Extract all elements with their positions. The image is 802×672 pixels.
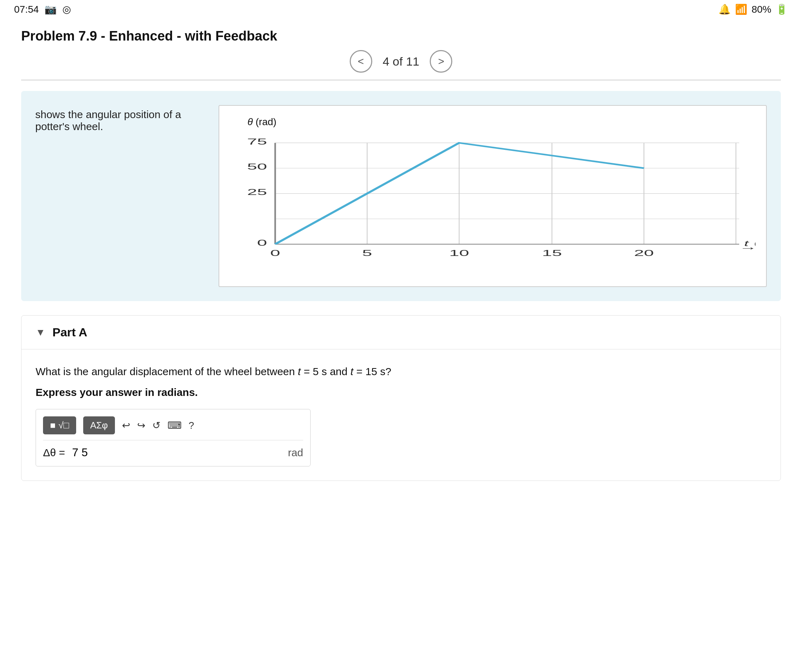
problem-panel: shows the angular position of a potter's… xyxy=(21,91,781,301)
svg-text:5: 5 xyxy=(362,248,372,258)
formula-sqrt-icon: √□ xyxy=(58,420,69,431)
svg-text:25: 25 xyxy=(247,187,267,197)
battery-icon: 🔋 xyxy=(776,3,788,15)
svg-text:10: 10 xyxy=(449,248,469,258)
question-text: What is the angular displacement of the … xyxy=(36,363,766,379)
signal-icon: 📶 xyxy=(735,3,747,15)
formula-icon: ■ xyxy=(50,420,56,431)
svg-text:0: 0 xyxy=(257,238,267,248)
next-button[interactable]: > xyxy=(430,50,452,73)
answer-unit: rad xyxy=(288,447,303,459)
keyboard-button[interactable]: ⌨ xyxy=(167,419,181,431)
refresh-button[interactable]: ↺ xyxy=(152,419,160,431)
part-a-section: ▼ Part A What is the angular displacemen… xyxy=(21,315,781,481)
nav-row: < 4 of 11 > xyxy=(21,50,781,73)
answer-label: Δθ = xyxy=(43,447,65,459)
chart-area: 75 50 25 0 0 5 10 15 20 → t (s) xyxy=(226,131,755,279)
settings-icon: ◎ xyxy=(62,3,71,15)
time-display: 07:54 xyxy=(14,4,39,15)
svg-text:15: 15 xyxy=(542,248,562,258)
answer-box: ■ √□ ΑΣφ ↩ ↪ ↺ ⌨ ? Δθ = rad xyxy=(36,409,310,466)
part-a-title: Part A xyxy=(53,325,87,339)
chevron-down-icon: ▼ xyxy=(36,327,45,338)
header: Problem 7.9 - Enhanced - with Feedback <… xyxy=(0,19,802,80)
status-bar: 07:54 📷 ◎ 🔔 📶 80% 🔋 xyxy=(0,0,802,19)
chart-svg: 75 50 25 0 0 5 10 15 20 → t (s) xyxy=(226,131,755,279)
content-area: shows the angular position of a potter's… xyxy=(0,80,802,502)
answer-input[interactable] xyxy=(72,446,281,459)
alarm-icon: 🔔 xyxy=(718,3,731,15)
redo-button[interactable]: ↪ xyxy=(137,419,145,431)
undo-button[interactable]: ↩ xyxy=(122,419,130,431)
page-title: Problem 7.9 - Enhanced - with Feedback xyxy=(21,29,781,44)
symbol-label: ΑΣφ xyxy=(90,420,108,431)
battery-display: 80% xyxy=(752,4,771,15)
part-a-header[interactable]: ▼ Part A xyxy=(21,316,781,350)
nav-counter: 4 of 11 xyxy=(383,55,419,68)
question-instruction: Express your answer in radians. xyxy=(36,386,766,398)
toolbar-row: ■ √□ ΑΣφ ↩ ↪ ↺ ⌨ ? xyxy=(43,416,303,434)
help-button[interactable]: ? xyxy=(189,420,194,431)
prev-button[interactable]: < xyxy=(350,50,372,73)
problem-text: shows the angular position of a potter's… xyxy=(35,105,204,133)
chart-y-label: θ (rad) xyxy=(247,117,755,128)
status-right: 🔔 📶 80% 🔋 xyxy=(718,3,788,15)
answer-input-row: Δθ = rad xyxy=(43,440,303,459)
svg-text:50: 50 xyxy=(247,162,267,172)
camera-icon: 📷 xyxy=(44,3,57,15)
symbol-button[interactable]: ΑΣφ xyxy=(83,416,115,434)
svg-text:0: 0 xyxy=(270,248,280,258)
svg-text:75: 75 xyxy=(247,137,267,146)
part-a-body: What is the angular displacement of the … xyxy=(21,350,781,481)
svg-text:20: 20 xyxy=(634,248,654,258)
status-left: 07:54 📷 ◎ xyxy=(14,3,71,15)
svg-text:(s): (s) xyxy=(754,239,755,248)
formula-button[interactable]: ■ √□ xyxy=(43,416,76,434)
chart-container: θ (rad) xyxy=(218,105,767,287)
